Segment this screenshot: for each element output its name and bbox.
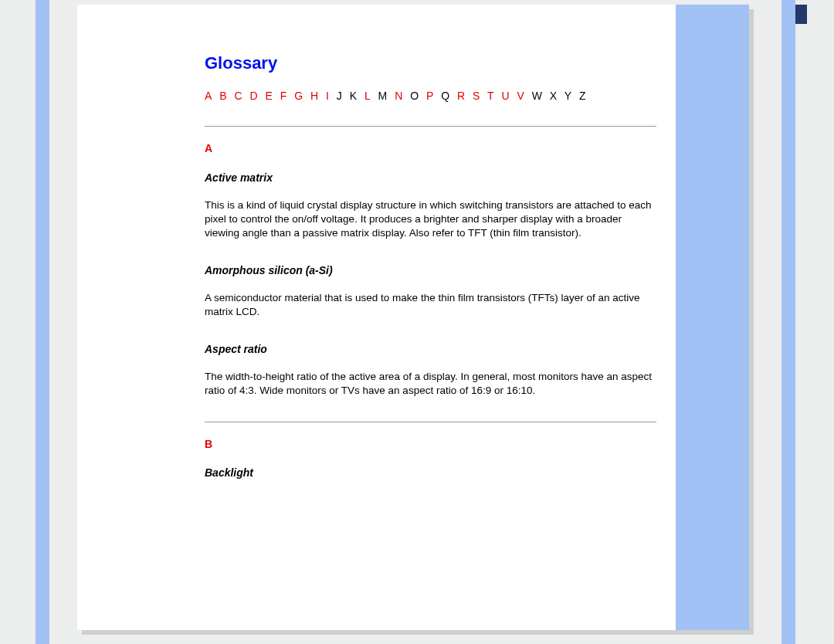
alpha-link-z: Z (579, 90, 587, 102)
alpha-link-r[interactable]: R (457, 90, 466, 102)
alphabet-nav: A B C D E F G H I J K L M N O P Q R S T … (205, 90, 656, 103)
alpha-link-h[interactable]: H (310, 90, 319, 102)
alpha-link-p[interactable]: P (426, 90, 434, 102)
alpha-link-n[interactable]: N (395, 90, 403, 102)
alpha-link-c[interactable]: C (234, 90, 242, 102)
page-title: Glossary (205, 53, 656, 74)
page-right-margin (676, 5, 749, 630)
alpha-link-g[interactable]: G (294, 90, 303, 102)
outer-frame-left (36, 0, 49, 644)
alpha-link-l[interactable]: L (364, 90, 371, 102)
glossary-definition: The width-to-height ratio of the active … (205, 370, 656, 398)
page-content: Glossary A B C D E F G H I J K L M N O P… (205, 53, 656, 494)
alpha-link-b[interactable]: B (219, 90, 227, 102)
alpha-link-a[interactable]: A (205, 90, 212, 102)
alpha-link-m: M (378, 90, 388, 102)
divider (205, 422, 656, 422)
alpha-link-v[interactable]: V (517, 90, 524, 102)
alpha-link-d[interactable]: D (249, 90, 258, 102)
alpha-link-i[interactable]: I (326, 90, 330, 102)
alpha-link-x: X (550, 90, 558, 102)
alpha-link-y: Y (564, 90, 572, 102)
glossary-definition: A semiconductor material that is used to… (205, 291, 656, 319)
glossary-term: Backlight (205, 466, 656, 480)
alpha-link-u[interactable]: U (501, 90, 510, 102)
section-heading-b: B (205, 438, 656, 452)
glossary-term: Active matrix (205, 171, 656, 185)
alpha-link-q: Q (441, 90, 450, 102)
alpha-link-o: O (410, 90, 419, 102)
alpha-link-s[interactable]: S (473, 90, 480, 102)
divider (205, 126, 656, 127)
alpha-link-f[interactable]: F (280, 90, 288, 102)
corner-decoration (795, 5, 807, 24)
outer-frame-right (781, 0, 795, 644)
alpha-link-w: W (532, 90, 543, 102)
glossary-term: Amorphous silicon (a-Si) (205, 264, 656, 278)
alpha-link-k: K (350, 90, 358, 102)
alpha-link-e[interactable]: E (266, 90, 273, 102)
glossary-term: Aspect ratio (205, 343, 656, 357)
glossary-definition: This is a kind of liquid crystal display… (205, 198, 656, 241)
document-page: Glossary A B C D E F G H I J K L M N O P… (77, 5, 749, 630)
section-heading-a: A (205, 142, 656, 156)
alpha-link-j: J (337, 90, 343, 102)
alpha-link-t[interactable]: T (487, 90, 495, 102)
